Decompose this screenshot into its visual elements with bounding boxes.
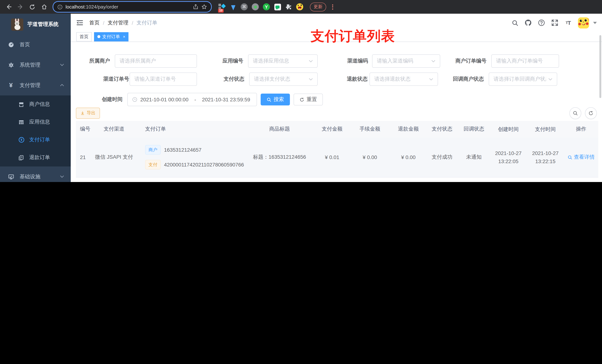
tag-pay-order-label: 支付订单 — [102, 34, 120, 40]
filter-label-channel-code: 渠道编码 — [347, 58, 372, 64]
create-time-range-input[interactable]: 2021-10-01 00:00:00 - 2021-10-31 23:59:5… — [127, 93, 257, 106]
search-icon[interactable] — [511, 20, 518, 26]
cell-amount: ¥ 0.01 — [315, 155, 349, 160]
url-path: :1024/pay/order — [85, 4, 118, 10]
fontsize-icon[interactable]: TT — [565, 20, 572, 26]
sidebar-item-home[interactable]: 首页 — [0, 34, 71, 55]
filter-label-notify-status: 回调商户状态 — [447, 76, 489, 83]
sidebar-label-infra: 基础设施 — [20, 173, 54, 180]
table-row: 20 微信 JSAPI 支付 商户1635311949168 支付4200001… — [76, 177, 598, 182]
clock-icon — [132, 97, 137, 102]
col-fee: 手续金额 — [349, 126, 391, 133]
refund-status-select[interactable]: 请选择退款状态 — [369, 73, 438, 86]
sidebar-label-refund-order: 退款订单 — [29, 154, 64, 161]
sidebar-item-system[interactable]: 系统管理 — [0, 55, 71, 75]
filter-label-merchant-order-no: 商户订单编号 — [452, 58, 491, 64]
app-title: 芋道管理系统 — [27, 21, 58, 28]
github-icon[interactable] — [525, 20, 532, 26]
forward-icon[interactable] — [16, 2, 25, 12]
col-action: 操作 — [564, 126, 598, 133]
reset-button[interactable]: 重置 — [294, 94, 323, 106]
tag-pay-order[interactable]: 支付订单 × — [94, 32, 129, 42]
export-button[interactable]: 导出 — [76, 108, 100, 119]
hamburger-icon[interactable] — [76, 20, 83, 26]
cell-title: 标题：1635312124656 — [244, 154, 315, 161]
view-detail-label: 查看详情 — [574, 154, 595, 161]
extensions-puzzle-icon[interactable] — [285, 3, 292, 10]
caret-down-icon[interactable] — [593, 22, 597, 24]
search-button[interactable]: 搜索 — [261, 94, 290, 106]
tag-close-icon[interactable]: × — [123, 35, 125, 39]
tag-home[interactable]: 首页 — [76, 32, 92, 42]
notify-status-select[interactable]: 请选择订单回调商户状态 — [489, 73, 557, 86]
filter-label-pay-status: 支付状态 — [220, 76, 249, 83]
merchant-tag: 商户 — [145, 145, 161, 155]
ext-command-icon[interactable]: ⌘ — [241, 3, 248, 10]
share-icon[interactable] — [193, 4, 198, 10]
channel-code-select[interactable]: 请输入渠道编码 — [372, 54, 440, 68]
sidebar-label-system: 系统管理 — [20, 62, 54, 68]
breadcrumb-home[interactable]: 首页 — [89, 20, 100, 26]
fullscreen-icon[interactable] — [551, 20, 558, 26]
col-amount: 支付金额 — [315, 126, 349, 133]
ext-chat-icon[interactable] — [274, 3, 281, 10]
col-pay-order: 支付订单 — [136, 126, 244, 133]
ext-recorder-icon[interactable] — [252, 3, 259, 10]
info-icon[interactable] — [57, 4, 63, 10]
pay-submenu: 商户信息 应用信息 ¥ 支付订单 — [0, 95, 71, 166]
monitor-icon — [8, 174, 14, 180]
app-select[interactable]: 请选择应用信息 — [248, 54, 318, 68]
search-button-label: 搜索 — [274, 96, 284, 103]
avatar[interactable] — [578, 17, 589, 29]
channel-code-placeholder: 请输入渠道编码 — [377, 58, 429, 64]
sidebar-item-pay-order[interactable]: ¥ 支付订单 — [0, 131, 71, 149]
toggle-search-button[interactable] — [570, 107, 581, 119]
home-icon[interactable] — [39, 2, 49, 12]
ext-kite-icon[interactable] — [230, 3, 236, 10]
view-detail-link[interactable]: 查看详情 — [568, 154, 595, 161]
cell-refund: ¥ 0.00 — [391, 155, 426, 160]
filter-label-channel-order-no: 渠道订单号 — [103, 76, 129, 83]
url-bar[interactable]: localhost :1024/pay/order — [53, 1, 212, 13]
sidebar-label-merchant-info: 商户信息 — [29, 101, 64, 108]
sidebar-item-infra[interactable]: 基础设施 — [0, 166, 71, 182]
breadcrumb-pay[interactable]: 支付管理 — [108, 20, 129, 26]
help-icon[interactable] — [538, 20, 545, 26]
sidebar-item-merchant-info[interactable]: 商户信息 — [0, 95, 71, 113]
pay-status-placeholder: 请选择支付状态 — [254, 76, 307, 83]
sidebar-item-refund-order[interactable]: 退款订单 — [0, 149, 71, 166]
update-button[interactable]: 更新 — [310, 2, 326, 11]
channel-order-no-input[interactable]: 请输入渠道订单号 — [129, 73, 197, 86]
cell-pay-order: 商户1635312124657 支付4200001174202110278060… — [136, 145, 244, 170]
notify-status-placeholder: 请选择订单回调商户状态 — [494, 76, 546, 83]
date-separator: - — [194, 97, 196, 103]
scrollbar-thumb[interactable] — [599, 35, 601, 98]
col-status: 支付状态 — [426, 126, 458, 133]
ext-y-icon[interactable]: Y — [263, 3, 270, 10]
pay-status-select[interactable]: 请选择支付状态 — [249, 73, 318, 86]
ext-emoji-icon[interactable] — [296, 3, 303, 10]
merchant-order-number: 1635312124657 — [164, 147, 201, 153]
back-icon[interactable] — [4, 2, 13, 12]
ext-blocker-icon[interactable]: 10 — [218, 3, 226, 10]
col-title: 商品标题 — [244, 126, 315, 133]
chevron-down-icon — [429, 78, 433, 81]
bookmark-star-icon[interactable] — [201, 4, 207, 10]
grid-icon — [18, 119, 24, 125]
app-placeholder: 请选择应用信息 — [253, 58, 307, 64]
refresh-table-button[interactable] — [585, 107, 597, 119]
cell-fee: ¥ 0.00 — [349, 155, 391, 160]
browser-menu-icon[interactable] — [332, 4, 333, 10]
sidebar-item-app-info[interactable]: 应用信息 — [0, 113, 71, 131]
sidebar-label-pay: 支付管理 — [20, 82, 54, 89]
screen: localhost :1024/pay/order 10 ⌘ Y — [0, 0, 602, 182]
table-header: 编号 支付渠道 支付订单 商品标题 支付金额 手续金额 退款金额 支付状态 回调… — [76, 121, 598, 138]
merchant-input[interactable]: 请选择所属商户 — [115, 54, 197, 68]
merchant-order-no-input[interactable]: 请输入商户订单编号 — [491, 54, 559, 68]
extension-icons: 10 ⌘ Y — [218, 3, 303, 10]
filter-label-merchant: 所属商户 — [89, 58, 115, 64]
reload-icon[interactable] — [27, 2, 37, 12]
sidebar-item-pay[interactable]: ¥ 支付管理 — [0, 75, 71, 95]
tags-view-bar: 首页 支付订单 × — [71, 32, 602, 42]
merchant-order-no-placeholder: 请输入商户订单编号 — [496, 58, 554, 64]
